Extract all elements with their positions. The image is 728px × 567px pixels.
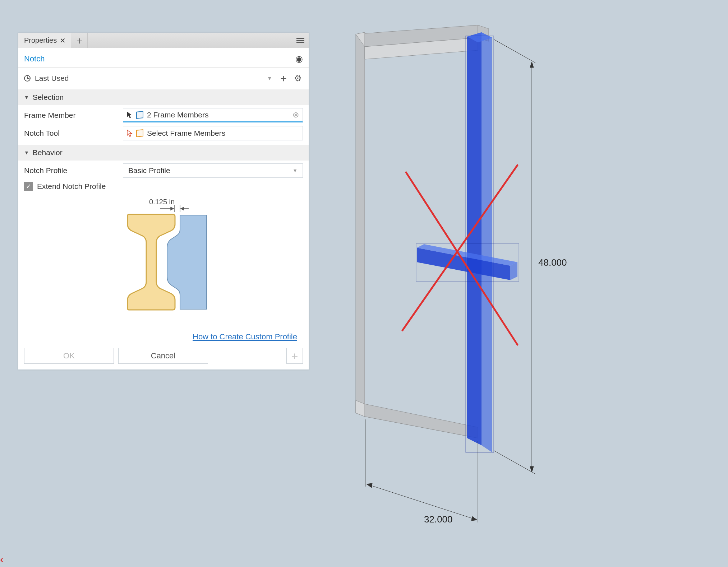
frame-members-icon [136,129,143,137]
disclosure-icon: ▼ [24,150,29,155]
panel-titlebar: Properties ✕ ＋ [18,33,309,48]
notch-profile-diagram: 0.125 in [24,194,303,324]
properties-panel: Properties ✕ ＋ Notch ◉ Last Used ▼ ＋ ⚙ ▼ [18,33,309,370]
svg-line-23 [494,39,535,63]
notch-tool-value: Select Frame Members [147,129,299,138]
cursor-icon [127,130,133,137]
svg-marker-32 [471,516,477,521]
feature-name: Notch [24,54,45,64]
frame-members-icon [136,111,143,119]
label-notch-profile: Notch Profile [24,166,123,175]
3d-viewport[interactable]: 48.000 32.000 [323,22,582,531]
add-panel-tab-button[interactable]: ＋ [71,33,88,48]
selector-notch-tool[interactable]: Select Frame Members [123,126,303,140]
settings-gear-icon[interactable]: ⚙ [293,73,303,83]
chevron-down-icon: ▼ [292,168,298,173]
cancel-button[interactable]: Cancel [118,348,208,364]
svg-marker-1 [171,207,174,210]
visibility-toggle-icon[interactable]: ◉ [295,54,303,64]
dim-width-text: 32.000 [424,514,453,525]
disclosure-icon: ▼ [24,94,29,100]
panel-tab-label: Properties [24,36,57,45]
label-frame-member: Frame Member [24,111,123,120]
notch-profile-value: Basic Profile [128,166,170,175]
section-header-selection[interactable]: ▼ Selection [18,89,309,105]
divider [18,68,309,68]
recent-icon [24,75,31,82]
svg-marker-11 [365,404,478,438]
dim-height-text: 48.000 [538,257,567,268]
svg-marker-4 [181,207,184,210]
frame-member-value: 2 Frame Members [147,111,289,119]
svg-marker-14 [482,32,492,452]
chevron-down-icon: ▼ [267,75,272,81]
label-notch-tool: Notch Tool [24,129,123,138]
clear-selection-icon[interactable]: ⊗ [292,110,299,120]
add-feature-button[interactable]: ＋ [286,348,303,364]
svg-marker-13 [467,32,482,445]
dropdown-notch-profile[interactable]: Basic Profile ▼ [123,163,303,178]
label-extend-notch: Extend Notch Profile [37,182,106,191]
svg-line-30 [367,484,477,520]
section-title-selection: Selection [33,93,64,102]
svg-line-24 [494,451,535,474]
section-title-behavior: Behavior [33,148,63,157]
svg-marker-26 [530,62,534,68]
svg-marker-6 [356,25,478,417]
preset-dropdown[interactable]: Last Used [35,72,263,84]
close-tab-icon[interactable]: ✕ [60,36,66,45]
edge-marker-icon: ‹ [0,554,3,565]
selector-frame-member[interactable]: 2 Frame Members ⊗ [123,108,303,122]
cursor-icon [127,111,133,118]
checkbox-extend-notch[interactable]: ✓ [24,182,33,191]
help-link-custom-profile[interactable]: How to Create Custom Profile [193,332,297,341]
section-header-behavior[interactable]: ▼ Behavior [18,145,309,161]
add-preset-button[interactable]: ＋ [278,71,289,85]
preset-label: Last Used [35,74,69,83]
ok-button[interactable]: OK [24,348,114,364]
hamburger-icon [296,37,304,44]
panel-tab-properties[interactable]: Properties ✕ [18,33,71,48]
svg-marker-31 [367,483,372,488]
gap-dimension-text: 0.125 in [149,198,175,206]
panel-menu-button[interactable] [292,33,309,48]
